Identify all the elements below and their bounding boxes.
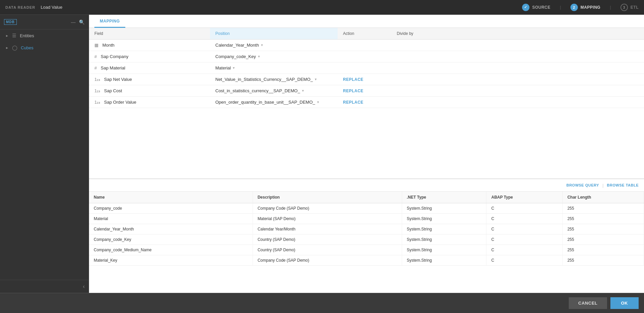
action-bar: CANCEL OK <box>0 293 644 313</box>
data-cell-name: Calendar_Year_Month <box>89 224 253 234</box>
sidebar-item-entities[interactable]: ► ☰ Entities <box>0 30 89 42</box>
mapping-row: # Sap Material Material ▾ <box>89 62 644 74</box>
position-dropdown-icon[interactable]: ▾ <box>261 43 263 47</box>
field-name: Month <box>102 43 115 48</box>
browse-sep: | <box>602 183 603 188</box>
mapping-position-cell: Cost_in_statistics_currency__SAP_DEMO_ ▾ <box>210 85 338 97</box>
mapping-table-container: Field Position Action Divide by ▦ Month … <box>89 28 644 178</box>
data-cell-char-length: 255 <box>562 255 644 266</box>
data-cell-char-length: 255 <box>562 203 644 214</box>
data-cell-name: Material <box>89 214 253 224</box>
position-value: Cost_in_statistics_currency__SAP_DEMO_ <box>215 88 300 93</box>
sidebar-icons: — 🔍 <box>71 19 85 25</box>
field-name: Sap Order Value <box>104 100 136 105</box>
data-cell-abap-type: C <box>486 234 562 245</box>
step-mapping[interactable]: 2 MAPPING <box>570 4 601 11</box>
data-cell-net-type: System.String <box>402 245 486 255</box>
mapping-row: ▦ Month Calendar_Year_Month ▾ <box>89 40 644 51</box>
sidebar-header: MDB — 🔍 <box>0 15 89 30</box>
step-source-circle: ✓ <box>522 4 529 11</box>
sidebar-item-cubes[interactable]: ► ◯ Cubes <box>0 42 89 54</box>
mapping-divide-cell <box>391 85 644 97</box>
cubes-circle-icon: ◯ <box>12 45 17 50</box>
mapping-field-cell: 1₂₃ Sap Order Value <box>89 97 210 108</box>
data-cell-name: Company_code_Medium_Name <box>89 245 253 255</box>
data-col-abapType: ABAP Type <box>486 192 562 203</box>
field-type-icon: 1₂₃ <box>94 100 100 105</box>
data-cell-description: Company Code (SAP Demo) <box>253 203 402 214</box>
position-value: Material <box>215 65 231 70</box>
field-name: Sap Material <box>101 65 125 70</box>
tab-mapping[interactable]: MAPPING <box>94 15 125 28</box>
data-col-charLength: Char Length <box>562 192 644 203</box>
step-source-label: SOURCE <box>532 5 550 10</box>
data-cell-net-type: System.String <box>402 214 486 224</box>
field-type-icon: 1₂₃ <box>94 77 100 82</box>
cubes-arrow-icon: ► <box>5 46 9 50</box>
mapping-field-cell: ▦ Month <box>89 40 210 51</box>
position-dropdown-icon[interactable]: ▾ <box>302 89 304 93</box>
step-etl-label: ETL <box>631 5 639 10</box>
data-table: NameDescription.NET TypeABAP TypeChar Le… <box>89 192 644 266</box>
mapping-action-cell: REPLACE <box>338 74 391 85</box>
data-cell-char-length: 255 <box>562 224 644 234</box>
data-cell-abap-type: C <box>486 224 562 234</box>
step-divider-1: | <box>560 5 561 10</box>
mapping-row: 1₂₃ Sap Order Value Open_order_quantity_… <box>89 97 644 108</box>
position-dropdown-icon[interactable]: ▾ <box>315 77 317 82</box>
sidebar: MDB — 🔍 ► ☰ Entities ► ◯ Cubes ‹ <box>0 15 89 293</box>
mapping-position-cell: Material ▾ <box>210 62 338 74</box>
mapping-action-cell: REPLACE <box>338 85 391 97</box>
replace-button[interactable]: REPLACE <box>343 89 363 93</box>
mapping-tab-bar: MAPPING <box>89 15 644 28</box>
ok-button[interactable]: OK <box>610 297 639 309</box>
sidebar-collapse-button[interactable]: ‹ <box>0 280 89 293</box>
position-dropdown-icon[interactable]: ▾ <box>233 66 235 70</box>
field-name: Sap Company <box>101 54 128 59</box>
data-table-row: Company_code Company Code (SAP Demo) Sys… <box>89 203 644 214</box>
position-dropdown-icon[interactable]: ▾ <box>258 54 260 59</box>
field-type-icon: # <box>94 54 97 59</box>
mapping-row: # Sap Company Company_code_Key ▾ <box>89 51 644 62</box>
position-dropdown-icon[interactable]: ▾ <box>317 100 319 104</box>
position-value: Net_Value_in_Statistics_Currency__SAP_DE… <box>215 77 313 82</box>
top-bar-left: DATA READER Load Value <box>5 5 62 10</box>
mapping-position-cell: Company_code_Key ▾ <box>210 51 338 62</box>
position-value: Calendar_Year_Month <box>215 43 259 48</box>
data-cell-description: Calendar Year/Month <box>253 224 402 234</box>
step-source[interactable]: ✓ SOURCE <box>522 4 550 11</box>
data-col-description: Description <box>253 192 402 203</box>
top-bar: DATA READER Load Value ✓ SOURCE | 2 MAPP… <box>0 0 644 15</box>
content-area: MAPPING Field Position Action Divide by <box>89 15 644 293</box>
data-cell-net-type: System.String <box>402 255 486 266</box>
field-type-icon: # <box>94 65 97 70</box>
position-value: Company_code_Key <box>215 54 256 59</box>
data-table-row: Calendar_Year_Month Calendar Year/Month … <box>89 224 644 234</box>
mapping-action-cell: REPLACE <box>338 97 391 108</box>
cancel-button[interactable]: CANCEL <box>569 297 607 309</box>
mapping-field-cell: 1₂₃ Sap Net Value <box>89 74 210 85</box>
data-cell-name: Company_code <box>89 203 253 214</box>
replace-button[interactable]: REPLACE <box>343 77 363 82</box>
step-divider-2: | <box>610 5 611 10</box>
data-table-container: NameDescription.NET TypeABAP TypeChar Le… <box>89 192 644 293</box>
data-table-row: Material Material (SAP Demo) System.Stri… <box>89 214 644 224</box>
replace-button[interactable]: REPLACE <box>343 100 363 105</box>
mapping-action-cell <box>338 62 391 74</box>
data-table-row: Material_Key Company Code (SAP Demo) Sys… <box>89 255 644 266</box>
browse-query-button[interactable]: BROWSE QUERY <box>566 182 599 189</box>
search-icon[interactable]: 🔍 <box>79 19 85 25</box>
step-etl-circle: 3 <box>620 4 628 11</box>
data-cell-description: Company Code (SAP Demo) <box>253 255 402 266</box>
data-cell-abap-type: C <box>486 203 562 214</box>
mapping-row: 1₂₃ Sap Cost Cost_in_statistics_currency… <box>89 85 644 97</box>
mapping-field-cell: 1₂₃ Sap Cost <box>89 85 210 97</box>
step-etl[interactable]: 3 ETL <box>620 4 639 11</box>
data-table-row: Company_code_Key Country (SAP Demo) Syst… <box>89 234 644 245</box>
browse-table-button[interactable]: BROWSE TABLE <box>607 182 639 189</box>
data-table-row: Company_code_Medium_Name Country (SAP De… <box>89 245 644 255</box>
mapping-row: 1₂₃ Sap Net Value Net_Value_in_Statistic… <box>89 74 644 85</box>
entities-list-icon: ☰ <box>12 33 16 38</box>
minimize-icon[interactable]: — <box>71 19 76 25</box>
mapping-position-cell: Calendar_Year_Month ▾ <box>210 40 338 51</box>
